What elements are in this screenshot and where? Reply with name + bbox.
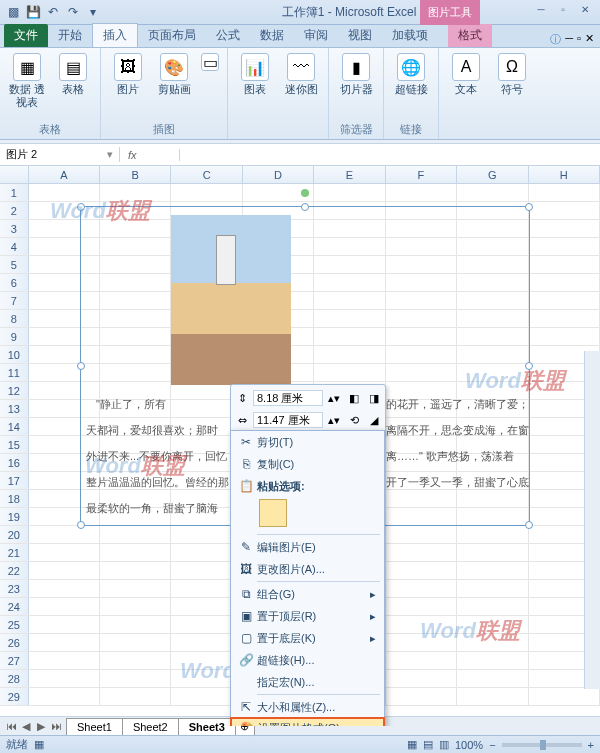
fx-label[interactable]: fx <box>120 149 180 161</box>
cell[interactable] <box>29 526 100 543</box>
row-header[interactable]: 24 <box>0 598 29 615</box>
col-G[interactable]: G <box>457 166 528 183</box>
excel-icon[interactable]: ▩ <box>4 3 22 21</box>
name-box[interactable]: 图片 2▾ <box>0 147 120 162</box>
spinner-icon[interactable]: ▴▾ <box>325 411 343 429</box>
ctx-hyperlink[interactable]: 🔗超链接(H)... <box>231 649 384 671</box>
save-button[interactable]: 💾 <box>24 3 42 21</box>
cell[interactable] <box>457 652 528 669</box>
vertical-scrollbar[interactable] <box>584 351 600 689</box>
cell[interactable] <box>529 688 600 705</box>
resize-handle[interactable] <box>525 203 533 211</box>
row-header[interactable]: 11 <box>0 364 29 381</box>
row-header[interactable]: 8 <box>0 310 29 327</box>
cell[interactable] <box>457 688 528 705</box>
cell[interactable] <box>386 184 457 201</box>
cell[interactable] <box>529 274 600 291</box>
cell[interactable] <box>457 544 528 561</box>
rotate-handle[interactable] <box>301 189 309 197</box>
sheet-tab-3[interactable]: Sheet3 <box>178 718 236 735</box>
cell[interactable] <box>171 184 242 201</box>
doc-close-icon[interactable]: ✕ <box>585 32 594 47</box>
cell[interactable] <box>386 562 457 579</box>
cell[interactable] <box>100 598 171 615</box>
ctx-copy[interactable]: ⎘复制(C) <box>231 453 384 475</box>
cell[interactable] <box>386 526 457 543</box>
cell[interactable] <box>100 616 171 633</box>
cell[interactable] <box>386 544 457 561</box>
ctx-bring-front[interactable]: ▣置于顶层(R)▸ <box>231 605 384 627</box>
row-header[interactable]: 19 <box>0 508 29 525</box>
ctx-send-back[interactable]: ▢置于底层(K)▸ <box>231 627 384 649</box>
cell[interactable] <box>100 562 171 579</box>
col-F[interactable]: F <box>386 166 457 183</box>
cell[interactable] <box>457 670 528 687</box>
tab-format[interactable]: 格式 <box>448 24 492 47</box>
slicer-button[interactable]: ▮切片器 <box>335 53 377 96</box>
row-header[interactable]: 12 <box>0 382 29 399</box>
cell[interactable] <box>386 670 457 687</box>
cell[interactable] <box>100 670 171 687</box>
crop-icon[interactable]: ◧ <box>345 389 363 407</box>
cell[interactable] <box>29 688 100 705</box>
cell[interactable] <box>29 616 100 633</box>
row-header[interactable]: 4 <box>0 238 29 255</box>
cell[interactable] <box>29 562 100 579</box>
tab-formula[interactable]: 公式 <box>206 24 250 47</box>
cell[interactable] <box>29 652 100 669</box>
tab-file[interactable]: 文件 <box>4 24 48 47</box>
cell[interactable] <box>457 580 528 597</box>
cell[interactable] <box>529 184 600 201</box>
tab-insert[interactable]: 插入 <box>92 23 138 47</box>
col-H[interactable]: H <box>529 166 600 183</box>
view-break-icon[interactable]: ▥ <box>439 738 449 751</box>
cell[interactable] <box>529 328 600 345</box>
cell[interactable] <box>386 580 457 597</box>
row-header[interactable]: 28 <box>0 670 29 687</box>
row-header[interactable]: 26 <box>0 634 29 651</box>
col-E[interactable]: E <box>314 166 385 183</box>
select-all-corner[interactable] <box>0 166 29 183</box>
row-header[interactable]: 10 <box>0 346 29 363</box>
resize-handle[interactable] <box>525 362 533 370</box>
row-header[interactable]: 9 <box>0 328 29 345</box>
ctx-format-picture[interactable]: 🎨设置图片格式(O)... <box>230 717 385 726</box>
row-header[interactable]: 3 <box>0 220 29 237</box>
cell[interactable] <box>529 256 600 273</box>
cell[interactable] <box>29 580 100 597</box>
sparkline-button[interactable]: 〰迷你图 <box>280 53 322 96</box>
cell[interactable] <box>457 184 528 201</box>
restore-button[interactable]: ▫ <box>554 4 572 18</box>
cell[interactable] <box>457 562 528 579</box>
cell[interactable] <box>386 634 457 651</box>
row-header[interactable]: 1 <box>0 184 29 201</box>
width-input[interactable] <box>253 412 323 428</box>
cell[interactable] <box>529 220 600 237</box>
ctx-macro[interactable]: 指定宏(N)... <box>231 671 384 693</box>
cell[interactable] <box>29 184 100 201</box>
tab-pagelayout[interactable]: 页面布局 <box>138 24 206 47</box>
sheet-nav-first[interactable]: ⏮ <box>4 720 18 733</box>
height-input[interactable] <box>253 390 323 406</box>
ctx-group[interactable]: ⧉组合(G)▸ <box>231 583 384 605</box>
cell[interactable] <box>457 526 528 543</box>
cell[interactable] <box>100 526 171 543</box>
resize-handle[interactable] <box>77 521 85 529</box>
minimize-button[interactable]: ─ <box>532 4 550 18</box>
sheet-tab-1[interactable]: Sheet1 <box>66 718 123 735</box>
row-header[interactable]: 16 <box>0 454 29 471</box>
row-header[interactable]: 29 <box>0 688 29 705</box>
cell[interactable] <box>386 598 457 615</box>
resize-handle[interactable] <box>301 203 309 211</box>
resize-handle[interactable] <box>77 203 85 211</box>
cell[interactable] <box>386 616 457 633</box>
cell[interactable] <box>529 310 600 327</box>
ctx-size-props[interactable]: ⇱大小和属性(Z)... <box>231 696 384 718</box>
cell[interactable] <box>386 688 457 705</box>
cell[interactable] <box>100 580 171 597</box>
spinner-icon[interactable]: ▴▾ <box>325 389 343 407</box>
col-A[interactable]: A <box>29 166 100 183</box>
tab-data[interactable]: 数据 <box>250 24 294 47</box>
resize-handle[interactable] <box>525 521 533 529</box>
row-header[interactable]: 17 <box>0 472 29 489</box>
